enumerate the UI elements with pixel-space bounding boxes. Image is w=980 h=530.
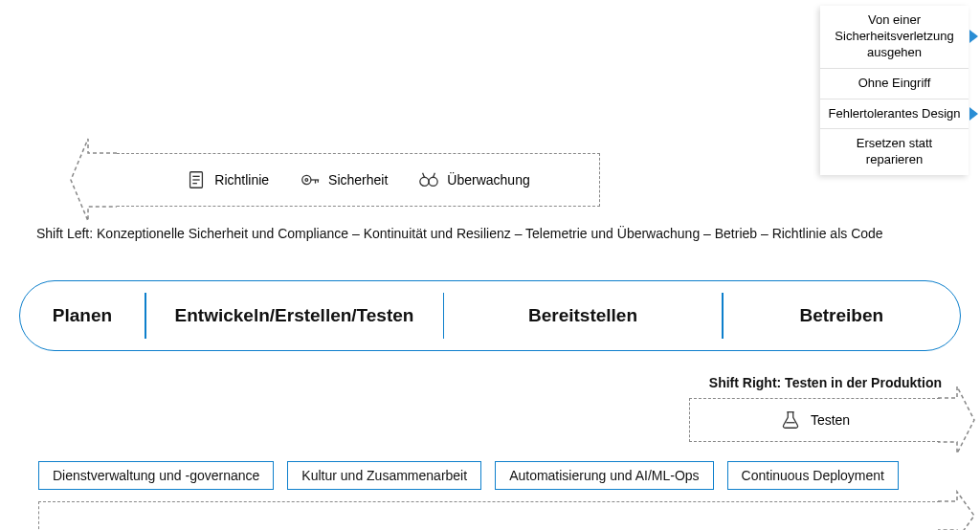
test-icon (780, 409, 801, 431)
pill-section-develop: Entwickeln/Erstellen/Testen (146, 281, 443, 350)
callout-label: Ersetzen statt reparieren (857, 136, 932, 166)
bottom-box: Dienstverwaltung und -governance (38, 461, 274, 490)
callout-item: Von einer Sicherheitsverletzung ausgehen (820, 6, 969, 69)
pill-section-operate: Betreiben (724, 281, 961, 350)
callout-item: Ersetzen statt reparieren (820, 129, 969, 175)
item-label: Testen (811, 412, 850, 428)
shift-left-arrow: Richtlinie Sicherheit Überwachung (88, 153, 600, 207)
pill-label: Planen (53, 305, 112, 326)
security-icon (300, 169, 321, 190)
callout-label: Fehlertolerantes Design (828, 106, 960, 121)
bottom-boxes: Dienstverwaltung und -governance Kultur … (38, 461, 961, 490)
arrow-head-left-icon (69, 134, 117, 226)
monitoring-icon (418, 169, 439, 190)
arrow-body: Richtlinie Sicherheit Überwachung (117, 153, 600, 207)
bottom-box: Continuous Deployment (727, 461, 899, 490)
svg-point-5 (305, 179, 308, 182)
shift-left-item-security: Sicherheit (300, 169, 388, 190)
item-label: Überwachung (447, 172, 529, 188)
callout-box: Von einer Sicherheitsverletzung ausgehen… (820, 6, 969, 175)
shift-left-item-monitoring: Überwachung (418, 169, 529, 190)
pill-label: Entwickeln/Erstellen/Testen (175, 305, 414, 326)
arrow-head-right-icon (938, 384, 976, 456)
bottom-box: Automatisierung und AI/ML-Ops (495, 461, 713, 490)
callout-item: Fehlertolerantes Design (820, 99, 969, 130)
pill-section-deploy: Bereitstellen (444, 281, 722, 350)
box-label: Kultur und Zusammenarbeit (301, 468, 467, 483)
item-label: Sicherheit (328, 172, 388, 188)
bottom-box: Kultur und Zusammenarbeit (287, 461, 481, 490)
pill-label: Bereitstellen (528, 305, 637, 326)
shift-right-label: Shift Right: Testen in der Produktion (709, 375, 942, 390)
pill-label: Betreiben (799, 305, 883, 326)
svg-line-11 (423, 173, 425, 178)
shift-left-item-policy: Richtlinie (186, 169, 269, 190)
connector-arrow (969, 30, 978, 43)
box-label: Dienstverwaltung und -governance (53, 468, 259, 483)
arrow-body: Testen (689, 398, 940, 442)
svg-line-12 (434, 173, 435, 178)
callout-item: Ohne Eingriff (820, 69, 969, 99)
svg-point-9 (420, 177, 429, 186)
pill-section-plan: Planen (20, 281, 145, 350)
svg-point-10 (429, 177, 437, 186)
policy-icon (186, 169, 207, 190)
connector-arrow (969, 107, 978, 121)
svg-point-4 (302, 175, 311, 184)
item-label: Richtlinie (214, 172, 269, 188)
arrow-body (38, 501, 940, 530)
shift-left-label: Shift Left: Konzeptionelle Sicherheit un… (36, 226, 961, 241)
callout-label: Ohne Eingriff (858, 76, 931, 90)
box-label: Automatisierung und AI/ML-Ops (509, 468, 699, 483)
bottom-dashed-arrow (38, 501, 963, 530)
callout-label: Von einer Sicherheitsverletzung ausgehen (835, 12, 953, 59)
box-label: Continuous Deployment (742, 468, 884, 483)
main-pill: Planen Entwickeln/Erstellen/Testen Berei… (19, 280, 961, 351)
shift-right-arrow: Testen (689, 398, 963, 442)
arrow-head-right-icon (938, 490, 976, 530)
